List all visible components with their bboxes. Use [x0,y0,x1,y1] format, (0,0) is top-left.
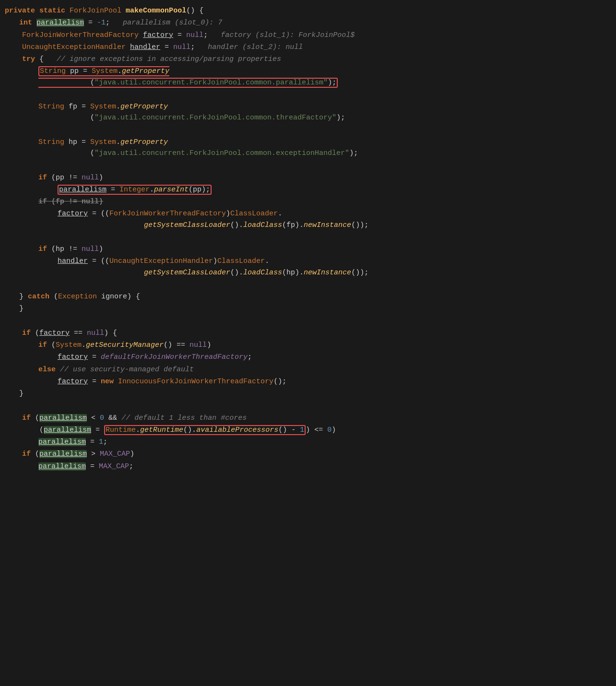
code-line-21: } [0,303,616,315]
code-line-spacer5 [0,279,616,291]
code-line-28: if (parallelism < 0 && // default 1 less… [0,412,616,424]
code-line-1: private static ForkJoinPool makeCommonPo… [0,5,616,17]
code-line-3: ForkJoinWorkerThreadFactory factory = nu… [0,29,616,41]
code-line-spacer1 [0,89,616,101]
code-line-12: if (pp != null) [0,172,616,184]
code-line-spacer2 [0,124,616,136]
code-line-13: parallelism = Integer.parseInt(pp); [0,184,616,196]
code-line-24: factory = defaultForkJoinWorkerThreadFac… [0,351,616,363]
code-line-2: int parallelism = -1; parallelism (slot_… [0,17,616,29]
code-line-18: handler = ((UncaughtExceptionHandler)Cla… [0,255,616,279]
code-line-10: String hp = System.getProperty ("java.ut… [0,136,616,160]
code-line-20: } catch (Exception ignore) { [0,291,616,303]
code-line-14: if (fp != null) [0,196,616,208]
code-line-22: if (factory == null) { [0,327,616,339]
code-line-26: factory = new InnocuousForkJoinWorkerThr… [0,376,616,388]
code-line-spacer6 [0,315,616,327]
code-line-32: parallelism = MAX_CAP; [0,461,616,473]
code-line-23: if (System.getSecurityManager() == null) [0,339,616,351]
code-line-spacer3 [0,159,616,171]
code-line-17: if (hp != null) [0,243,616,255]
code-line-spacer7 [0,400,616,412]
code-line-8: String fp = System.getProperty ("java.ut… [0,101,616,124]
code-line-30: parallelism = 1; [0,436,616,448]
code-line-29: (parallelism = Runtime.getRuntime().avai… [0,424,616,436]
code-line-31: if (parallelism > MAX_CAP) [0,448,616,460]
code-line-6: String pp = System.getProperty ("java.ut… [0,65,616,89]
code-line-spacer4 [0,231,616,243]
code-line-5: try { // ignore exceptions in accessing/… [0,53,616,65]
code-line-25: else // use security-managed default [0,364,616,376]
code-line-15: factory = ((ForkJoinWorkerThreadFactory)… [0,208,616,231]
code-line-27: } [0,388,616,400]
code-editor: private static ForkJoinPool makeCommonPo… [0,0,616,686]
code-line-4: UncaughtExceptionHandler handler = null;… [0,41,616,53]
